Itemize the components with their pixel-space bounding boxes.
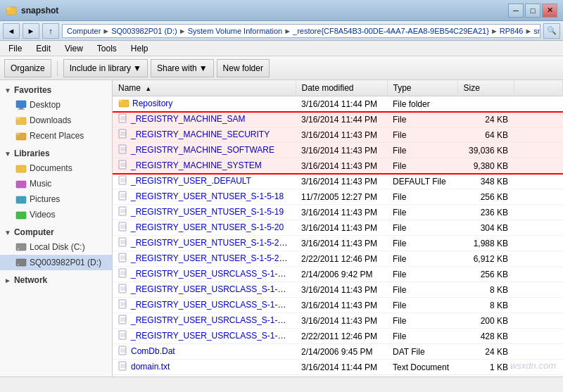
menu-tools[interactable]: Tools	[93, 42, 121, 55]
sidebar-item-videos[interactable]: Videos	[0, 207, 112, 222]
table-row[interactable]: _REGISTRY_USER_NTUSER_S-1-5-203/16/2014 …	[113, 220, 563, 236]
file-extra-cell	[514, 251, 563, 267]
recent-icon	[15, 130, 27, 141]
file-size-cell: 24 KB	[457, 344, 514, 360]
up-button[interactable]: ↑	[42, 23, 59, 39]
organize-button[interactable]: Organize	[4, 59, 51, 77]
file-name-cell: _REGISTRY_USER_USRCLASS_S-1-5-21-426...	[113, 329, 296, 344]
table-row[interactable]: _REGISTRY_USER_USRCLASS_S-1-5-203/16/201…	[113, 298, 563, 313]
address-path[interactable]: Computer ► SQ003982P01 (D:) ► System Vol…	[62, 24, 540, 38]
file-size-cell: 24 KB	[457, 112, 514, 127]
sidebar-item-music[interactable]: Music	[0, 176, 112, 191]
network-header[interactable]: ► Network	[0, 273, 112, 287]
computer-header[interactable]: ▼ Computer	[0, 225, 112, 239]
table-row[interactable]: _REGISTRY_USER_USRCLASS_S-1-5-193/16/201…	[113, 282, 563, 298]
sq-drive-icon	[15, 257, 27, 268]
search-button[interactable]: 🔍	[543, 23, 560, 39]
table-row[interactable]: _REGISTRY_USER_USRCLASS_S-1-5-182/14/200…	[113, 267, 563, 282]
sort-arrow: ▲	[145, 85, 151, 92]
share-with-button[interactable]: Share with ▼	[151, 59, 214, 77]
file-date-cell: 3/16/2014 11:43 PM	[296, 205, 387, 220]
file-name-cell: _REGISTRY_USER_USRCLASS_S-1-5-20	[113, 298, 296, 313]
table-row[interactable]: _REGISTRY_USER_NTUSER_S-1-5-21-42640...2…	[113, 251, 563, 267]
menu-edit[interactable]: Edit	[32, 42, 55, 55]
new-folder-button[interactable]: New folder	[217, 59, 270, 77]
file-name-text: _REGISTRY_USER_NTUSER_S-1-5-21-42640...	[131, 253, 296, 263]
column-size[interactable]: Size	[457, 80, 514, 96]
file-date-cell: 3/16/2014 11:43 PM	[296, 298, 387, 313]
libraries-section: ▼ Libraries Documents Music	[0, 146, 112, 222]
back-button[interactable]: ◄	[3, 23, 20, 39]
file-size-cell: 39,036 KB	[457, 143, 514, 158]
table-row[interactable]: _REGISTRY_USER_USRCLASS_S-1-5-21-426...3…	[113, 313, 563, 329]
file-type-cell: File	[387, 189, 457, 205]
table-row[interactable]: _REGISTRY_USER_USRCLASS_S-1-5-21-426...2…	[113, 329, 563, 344]
file-type-cell: File	[387, 282, 457, 298]
sidebar-item-sq-drive[interactable]: SQ003982P01 (D:)	[0, 255, 112, 270]
table-row[interactable]: _REGISTRY_USER_NTUSER_S-1-5-193/16/2014 …	[113, 205, 563, 220]
menu-view[interactable]: View	[61, 42, 87, 55]
file-icon	[118, 144, 128, 156]
favorites-header[interactable]: ▼ Favorites	[0, 83, 112, 97]
file-icon	[118, 315, 128, 327]
address-bar: ◄ ► ↑ Computer ► SQ003982P01 (D:) ► Syst…	[0, 21, 563, 41]
pictures-label: Pictures	[30, 194, 60, 204]
file-name-cell: Repository	[113, 96, 296, 112]
column-date[interactable]: Date modified	[296, 80, 387, 96]
sidebar-item-downloads[interactable]: Downloads	[0, 113, 112, 128]
file-type-cell: DAT File	[387, 344, 457, 360]
close-button[interactable]: ✕	[542, 4, 557, 18]
file-extra-cell	[514, 112, 563, 127]
path-restore[interactable]: _restore{CF8A54B3-00DE-4AA7-AEA8-9EB54C2…	[293, 27, 489, 35]
path-rp846[interactable]: RP846	[500, 27, 524, 35]
file-size-cell: 428 KB	[457, 329, 514, 344]
minimize-button[interactable]: ─	[508, 4, 524, 18]
table-row[interactable]: _REGISTRY_USER_NTUSER_S-1-5-1811/7/2005 …	[113, 189, 563, 205]
file-extra-cell	[514, 189, 563, 205]
table-row[interactable]: _REGISTRY_USER_.DEFAULT3/16/2014 11:43 P…	[113, 174, 563, 189]
libraries-header[interactable]: ▼ Libraries	[0, 146, 112, 160]
svg-rect-10	[16, 181, 26, 188]
menu-help[interactable]: Help	[127, 42, 153, 55]
path-drive[interactable]: SQ003982P01 (D:)	[111, 27, 177, 35]
file-date-cell: 3/16/2014 11:43 PM	[296, 282, 387, 298]
table-row[interactable]: ComDb.Dat2/14/2006 9:45 PMDAT File24 KB	[113, 344, 563, 360]
sidebar-item-desktop[interactable]: Desktop	[0, 97, 112, 113]
table-row[interactable]: _REGISTRY_USER_NTUSER_S-1-5-21-42640...3…	[113, 236, 563, 251]
expand-icon: ▼	[4, 150, 11, 158]
file-icon	[118, 346, 128, 358]
network-section: ► Network	[0, 273, 112, 287]
file-name-cell: domain.txt	[113, 360, 296, 375]
computer-section: ▼ Computer Local Disk (C:) SQ003982P01 (…	[0, 225, 112, 270]
maximize-button[interactable]: □	[525, 4, 540, 18]
file-date-cell: 2/14/2006 9:45 PM	[296, 344, 387, 360]
column-name[interactable]: Name ▲	[113, 80, 296, 96]
desktop-label: Desktop	[30, 100, 61, 110]
forward-button[interactable]: ►	[23, 23, 39, 39]
path-sysvolinfo[interactable]: System Volume Information	[188, 27, 283, 35]
file-name-cell: _REGISTRY_USER_USRCLASS_S-1-5-19	[113, 282, 296, 298]
table-row[interactable]: _REGISTRY_MACHINE_SYSTEM3/16/2014 11:43 …	[113, 158, 563, 174]
include-library-button[interactable]: Include in library ▼	[63, 59, 148, 77]
menu-file[interactable]: File	[4, 42, 26, 55]
file-table: Name ▲ Date modified Type Size Repositor…	[113, 80, 563, 375]
table-row[interactable]: domain.txt3/16/2014 11:44 PMText Documen…	[113, 360, 563, 375]
table-row[interactable]: _REGISTRY_MACHINE_SECURITY3/16/2014 11:4…	[113, 127, 563, 143]
file-name-cell: _REGISTRY_USER_.DEFAULT	[113, 174, 296, 189]
path-computer[interactable]: Computer	[67, 27, 101, 35]
file-extra-cell	[514, 313, 563, 329]
sidebar-item-recent[interactable]: Recent Places	[0, 128, 112, 144]
file-pane: Name ▲ Date modified Type Size Repositor…	[113, 80, 563, 377]
file-name-text: _REGISTRY_USER_USRCLASS_S-1-5-18	[131, 269, 295, 279]
sidebar-item-local-disk[interactable]: Local Disk (C:)	[0, 239, 112, 255]
column-type[interactable]: Type	[387, 80, 457, 96]
path-snapshot[interactable]: snapshot	[533, 27, 540, 35]
file-name-text: _REGISTRY_MACHINE_SECURITY	[131, 129, 270, 139]
table-row[interactable]: Repository3/16/2014 11:44 PMFile folder	[113, 96, 563, 112]
table-row[interactable]: _REGISTRY_MACHINE_SOFTWARE3/16/2014 11:4…	[113, 143, 563, 158]
table-row[interactable]: _REGISTRY_MACHINE_SAM3/16/2014 11:44 PMF…	[113, 112, 563, 127]
sidebar-item-documents[interactable]: Documents	[0, 160, 112, 176]
file-type-cell: File	[387, 158, 457, 174]
sidebar-item-pictures[interactable]: Pictures	[0, 191, 112, 207]
file-extra-cell	[514, 329, 563, 344]
